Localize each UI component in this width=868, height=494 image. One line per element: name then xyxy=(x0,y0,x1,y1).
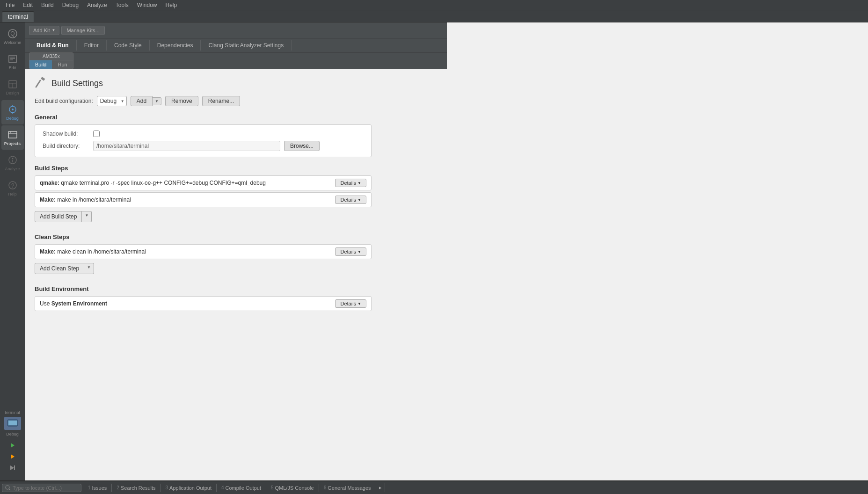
bottom-tab-compile-output[interactable]: 4 Compile Output xyxy=(217,484,266,492)
menu-build[interactable]: Build xyxy=(37,1,58,9)
sidebar-item-help[interactable]: ? Help xyxy=(1,176,24,200)
run-debug-button[interactable] xyxy=(7,451,18,462)
svg-rect-27 xyxy=(41,77,45,81)
run-controls xyxy=(7,438,18,475)
kit-tab-build[interactable]: Build xyxy=(29,60,52,69)
menu-window[interactable]: Window xyxy=(133,1,161,9)
tab-code-style[interactable]: Code Style xyxy=(107,40,150,51)
content-area: Add Kit ▼ Manage Kits... Build & Run Edi… xyxy=(25,22,447,480)
add-build-step-button[interactable]: Add Build Step xyxy=(35,211,82,222)
add-clean-step-arrow[interactable]: ▼ xyxy=(84,263,94,274)
rename-config-button[interactable]: Rename... xyxy=(202,96,240,106)
manage-kits-button[interactable]: Manage Kits... xyxy=(61,26,104,35)
add-clean-step-group: Add Clean Step ▼ xyxy=(35,261,94,274)
hammer-icon xyxy=(35,77,47,90)
tab-editor[interactable]: Editor xyxy=(77,40,107,51)
tab-dependencies[interactable]: Dependencies xyxy=(150,40,201,51)
main-layout: Q Welcome Edit xyxy=(0,22,868,480)
menu-help[interactable]: Help xyxy=(162,1,181,9)
svg-marker-23 xyxy=(11,443,15,448)
bottom-tab-more[interactable]: ▸ xyxy=(376,483,385,492)
menu-edit[interactable]: Edit xyxy=(19,1,36,9)
tabbar: terminal xyxy=(0,10,868,22)
tab-clang-settings[interactable]: Clang Static Analyzer Settings xyxy=(201,40,292,51)
shadow-build-checkbox[interactable] xyxy=(93,131,100,137)
add-build-step-arrow[interactable]: ▼ xyxy=(82,211,92,222)
build-env-details-button[interactable]: Details xyxy=(335,299,366,308)
menu-analyze[interactable]: Analyze xyxy=(83,1,111,9)
kit-chip-tabs: Build Run xyxy=(29,60,73,69)
menu-tools[interactable]: Tools xyxy=(112,1,132,9)
menu-debug[interactable]: Debug xyxy=(58,1,82,9)
shadow-build-row: Shadow build: xyxy=(43,131,364,137)
svg-marker-25 xyxy=(10,465,14,470)
run-button[interactable] xyxy=(7,440,18,450)
svg-rect-2 xyxy=(9,55,16,63)
clean-step-1-text: Make: make clean in /home/sitara/termina… xyxy=(40,248,146,255)
add-config-button[interactable]: Add xyxy=(131,96,153,106)
search-icon xyxy=(5,485,11,491)
build-step-1-row: qmake: qmake terminal.pro -r -spec linux… xyxy=(35,175,372,190)
add-kit-dropdown[interactable]: Add Kit ▼ xyxy=(29,26,59,35)
general-box: Shadow build: Build directory: Browse... xyxy=(35,124,372,157)
search-box xyxy=(2,484,81,492)
kit-chip-title: AM335x xyxy=(29,53,73,60)
tab-build-run[interactable]: Build & Run xyxy=(29,40,77,51)
add-kit-chevron-icon: ▼ xyxy=(51,28,55,32)
welcome-icon: Q xyxy=(7,29,18,39)
sidebar-item-design[interactable]: Design xyxy=(1,75,24,99)
build-steps-section-title: Build Steps xyxy=(35,165,372,172)
search-input[interactable] xyxy=(13,485,78,491)
config-select-wrapper: Debug xyxy=(97,96,127,106)
sidebar-item-welcome[interactable]: Q Welcome xyxy=(1,24,24,49)
build-step-2-prefix: Make: xyxy=(40,196,56,203)
kit-chip-am335x: AM335x Build Run xyxy=(29,52,73,69)
browse-button[interactable]: Browse... xyxy=(284,141,320,151)
bottom-tab-search-results[interactable]: 2 Search Results xyxy=(112,484,160,492)
panel-title: Build Settings xyxy=(51,79,103,88)
build-step-1-details-button[interactable]: Details xyxy=(335,179,366,187)
build-env-section-title: Build Environment xyxy=(35,285,372,292)
sidebar-item-analyze[interactable]: Analyze xyxy=(1,151,24,175)
add-clean-step-button[interactable]: Add Clean Step xyxy=(35,263,84,274)
add-config-arrow[interactable]: ▼ xyxy=(153,97,161,105)
sidebar: Q Welcome Edit xyxy=(0,22,25,480)
sidebar-item-edit[interactable]: Edit xyxy=(1,50,24,74)
build-dir-input[interactable] xyxy=(93,141,280,151)
sidebar-item-debug[interactable]: Debug xyxy=(1,100,24,124)
shadow-build-label: Shadow build: xyxy=(43,131,89,137)
sidebar-label-design: Design xyxy=(6,91,19,95)
bottom-panel: 1 Issues 2 Search Results 3 Application … xyxy=(0,480,868,494)
sidebar-item-projects[interactable]: Projects xyxy=(1,125,24,150)
tab-terminal[interactable]: terminal xyxy=(2,11,34,22)
build-dir-row: Build directory: Browse... xyxy=(43,141,364,151)
bottom-tab-app-output[interactable]: 3 Application Output xyxy=(161,484,217,492)
bottom-tab-qml-console[interactable]: 5 QML/JS Console xyxy=(266,484,319,492)
remove-config-button[interactable]: Remove xyxy=(165,96,198,106)
clean-step-1-row: Make: make clean in /home/sitara/termina… xyxy=(35,244,372,259)
sidebar-label-debug: Debug xyxy=(6,116,19,121)
help-icon: ? xyxy=(7,180,18,190)
analyze-icon xyxy=(7,155,18,165)
design-icon xyxy=(7,79,18,89)
build-settings-panel: Build Settings Edit build configuration:… xyxy=(25,69,447,480)
sidebar-label-edit: Edit xyxy=(9,65,16,70)
bottom-tab-issues[interactable]: 1 Issues xyxy=(83,484,112,492)
kit-tab-run[interactable]: Run xyxy=(52,60,73,69)
bottom-tab-general-messages[interactable]: 6 General Messages xyxy=(319,484,376,492)
build-env-text: Use System Environment xyxy=(40,300,107,307)
menu-file[interactable]: File xyxy=(2,1,18,9)
clean-step-1-cmd: make clean in /home/sitara/terminal xyxy=(56,248,146,255)
build-env-bold: System Environment xyxy=(51,300,107,307)
bottom-tabs: 1 Issues 2 Search Results 3 Application … xyxy=(81,481,387,494)
sidebar-label-projects: Projects xyxy=(4,141,21,146)
build-step-2-details-button[interactable]: Details xyxy=(335,196,366,204)
svg-rect-22 xyxy=(8,421,17,425)
build-run-button[interactable] xyxy=(7,463,18,473)
config-select[interactable]: Debug xyxy=(97,96,127,106)
projects-icon xyxy=(7,130,18,140)
device-thumbnail[interactable] xyxy=(4,417,21,430)
clean-step-1-details-button[interactable]: Details xyxy=(335,247,366,256)
settings-tabs-row: Build & Run Editor Code Style Dependenci… xyxy=(25,38,447,52)
build-dir-label: Build directory: xyxy=(43,143,89,149)
